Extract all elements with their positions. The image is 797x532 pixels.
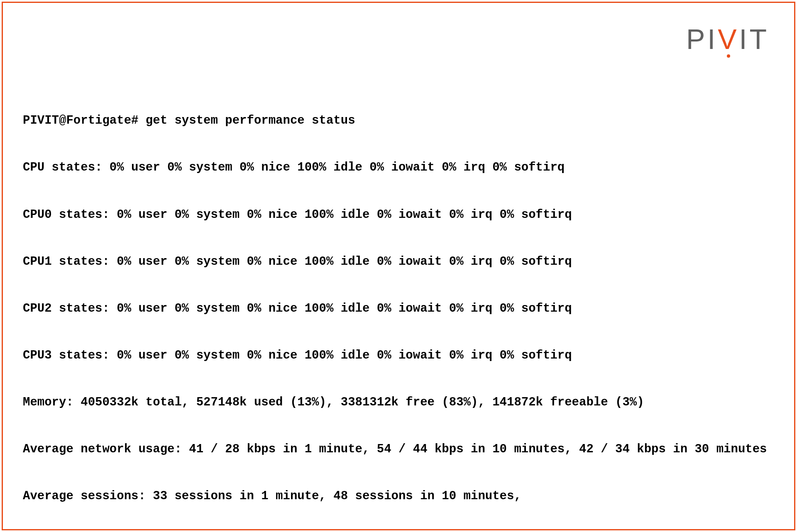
terminal-line: PIVIT@Fortigate# get system performance … — [23, 113, 774, 129]
terminal-line: Memory: 4050332k total, 527148k used (13… — [23, 395, 774, 410]
terminal-line: CPU1 states: 0% user 0% system 0% nice 1… — [23, 254, 774, 270]
terminal-line: CPU3 states: 0% user 0% system 0% nice 1… — [23, 348, 774, 364]
terminal-line: CPU0 states: 0% user 0% system 0% nice 1… — [23, 207, 774, 223]
logo-letter-i2: I — [739, 23, 750, 55]
logo-letter-t: T — [749, 23, 769, 55]
terminal-line: CPU states: 0% user 0% system 0% nice 10… — [23, 160, 774, 176]
logo-letter-i1: I — [707, 23, 718, 55]
terminal-output: PIVIT@Fortigate# get system performance … — [23, 82, 774, 532]
logo-dot-icon — [727, 54, 730, 58]
terminal-line: Average sessions: 33 sessions in 1 minut… — [23, 488, 774, 504]
window-frame: P I V I T PIVIT@Fortigate# get system pe… — [2, 2, 795, 530]
logo-letter-p: P — [686, 23, 707, 55]
terminal-line: CPU2 states: 0% user 0% system 0% nice 1… — [23, 301, 774, 317]
pivit-logo: P I V I T — [686, 23, 769, 55]
logo-letter-v: V — [718, 23, 739, 55]
logo-v-wrap: V — [718, 23, 739, 55]
terminal-line: Average network usage: 41 / 28 kbps in 1… — [23, 442, 774, 457]
